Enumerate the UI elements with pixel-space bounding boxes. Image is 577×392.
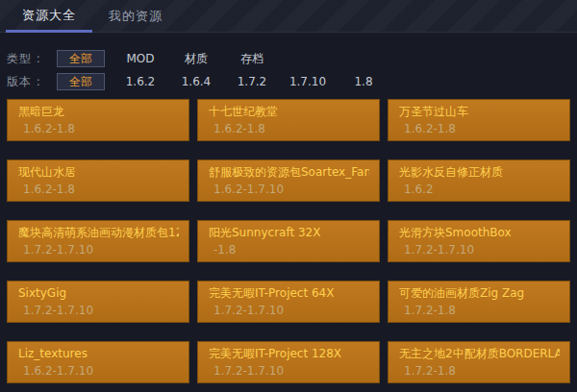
resource-card[interactable]: 光滑方块SmoothBox1.7.2-1.7.10 bbox=[388, 220, 570, 262]
resource-card[interactable]: 阳光Sunnycraft 32X-1.8 bbox=[197, 220, 380, 262]
resource-card-title: Liz_textures bbox=[18, 347, 179, 360]
resource-card-version: 1.7.2-1.7.10 bbox=[209, 304, 369, 317]
filter-version-option-2[interactable]: 1.6.4 bbox=[168, 75, 224, 88]
resource-card-version: 1.6.2-1.8 bbox=[209, 122, 369, 135]
resource-card[interactable]: 无主之地2中配材质BORDERLAN...1.7.2-1.8 bbox=[388, 341, 570, 383]
resource-card-title: 光滑方块SmoothBox bbox=[399, 226, 560, 239]
filter-version-option-3[interactable]: 1.7.2 bbox=[224, 75, 280, 88]
filter-version-option-0-selected[interactable]: 全部 bbox=[57, 73, 105, 90]
resource-card-version: 1.7.2-1.7.10 bbox=[18, 304, 179, 317]
filter-version-option-4[interactable]: 1.7.10 bbox=[280, 75, 336, 88]
resource-card[interactable]: 十七世纪教堂1.6.2-1.8 bbox=[197, 99, 380, 141]
resource-card[interactable]: 舒服极致的资源包Soartex_Fanver1.6.2-1.7.10 bbox=[197, 159, 380, 202]
resource-card-title: 黑暗巨龙 bbox=[18, 105, 179, 118]
filter-type-option-3[interactable]: 存档 bbox=[224, 51, 280, 67]
tab-label: 资源大全 bbox=[22, 7, 76, 24]
filter-type-option-1[interactable]: MOD bbox=[113, 52, 168, 65]
resource-card-title: 完美无暇IT-Project 128X bbox=[209, 347, 369, 360]
resource-card[interactable]: 魔块高清萌系油画动漫材质包128X1.7.2-1.7.10 bbox=[7, 220, 189, 262]
resource-card[interactable]: Liz_textures1.6.2-1.7.10 bbox=[7, 341, 189, 383]
resource-card[interactable]: 现代山水居1.6.2-1.8 bbox=[7, 159, 189, 202]
resource-card-title: 阳光Sunnycraft 32X bbox=[209, 226, 369, 239]
resource-card-version: 1.6.2-1.7.10 bbox=[209, 183, 369, 196]
resource-card-title: 光影水反自修正材质 bbox=[399, 165, 560, 179]
tab-label: 我的资源 bbox=[109, 8, 163, 25]
resource-card[interactable]: SixtyGig1.7.2-1.7.10 bbox=[7, 281, 189, 323]
resource-card-title: 无主之地2中配材质BORDERLAN... bbox=[399, 347, 560, 360]
resource-card-version: 1.6.2-1.8 bbox=[18, 183, 179, 196]
filter-version-option-5[interactable]: 1.8 bbox=[336, 75, 391, 88]
resource-card[interactable]: 光影水反自修正材质1.6.2 bbox=[388, 159, 570, 202]
resource-card[interactable]: 完美无暇IT-Project 64X1.7.2-1.7.10 bbox=[197, 281, 380, 323]
resource-card-title: 完美无暇IT-Project 64X bbox=[209, 286, 369, 300]
resource-card-title: 万圣节过山车 bbox=[399, 105, 560, 118]
resource-card-version: 1.7.2-1.7.10 bbox=[18, 243, 179, 257]
filter-type-option-0-selected[interactable]: 全部 bbox=[57, 50, 105, 67]
resource-card-grid: 黑暗巨龙1.6.2-1.8十七世纪教堂1.6.2-1.8万圣节过山车1.6.2-… bbox=[7, 99, 570, 383]
resource-card[interactable]: 可爱的油画材质Zig Zag1.7.2-1.8 bbox=[388, 281, 570, 323]
filter-label-version: 版本 : bbox=[7, 74, 57, 90]
filter-version-option-1[interactable]: 1.6.2 bbox=[113, 75, 168, 88]
resource-card-version: 1.6.2 bbox=[399, 183, 560, 196]
resource-card-version: 1.6.2-1.8 bbox=[18, 122, 179, 135]
filter-row-version: 版本 :全部1.6.21.6.41.7.21.7.101.8 bbox=[7, 73, 391, 90]
tab-resource-gallery[interactable]: 资源大全 bbox=[6, 0, 92, 33]
resource-card-title: SixtyGig bbox=[18, 286, 179, 300]
filter-label-type: 类型 : bbox=[7, 51, 57, 67]
resource-card-title: 舒服极致的资源包Soartex_Fanver bbox=[209, 165, 369, 179]
tab-bar: 资源大全我的资源 bbox=[0, 0, 577, 33]
resource-card-title: 十七世纪教堂 bbox=[209, 105, 369, 118]
resource-card-version: 1.7.2-1.7.10 bbox=[399, 243, 560, 257]
resource-card-title: 可爱的油画材质Zig Zag bbox=[399, 286, 560, 300]
filter-row-type: 类型 :全部MOD材质存档 bbox=[7, 50, 280, 67]
resource-card-version: -1.8 bbox=[209, 243, 369, 257]
resource-card-version: 1.6.2-1.7.10 bbox=[18, 364, 179, 378]
resource-card-version: 1.7.2-1.7.10 bbox=[209, 364, 369, 378]
resource-card-version: 1.7.2-1.8 bbox=[399, 304, 560, 317]
tab-my-resources[interactable]: 我的资源 bbox=[108, 0, 163, 33]
resource-card-version: 1.6.2-1.8 bbox=[399, 122, 560, 135]
resource-card[interactable]: 黑暗巨龙1.6.2-1.8 bbox=[7, 99, 189, 141]
resource-card[interactable]: 万圣节过山车1.6.2-1.8 bbox=[388, 99, 570, 141]
filter-type-option-2[interactable]: 材质 bbox=[168, 51, 224, 67]
resource-card-title: 魔块高清萌系油画动漫材质包128X bbox=[18, 226, 179, 239]
resource-card[interactable]: 完美无暇IT-Project 128X1.7.2-1.7.10 bbox=[197, 341, 380, 383]
resource-card-title: 现代山水居 bbox=[18, 165, 179, 179]
resource-card-version: 1.7.2-1.8 bbox=[399, 364, 560, 378]
